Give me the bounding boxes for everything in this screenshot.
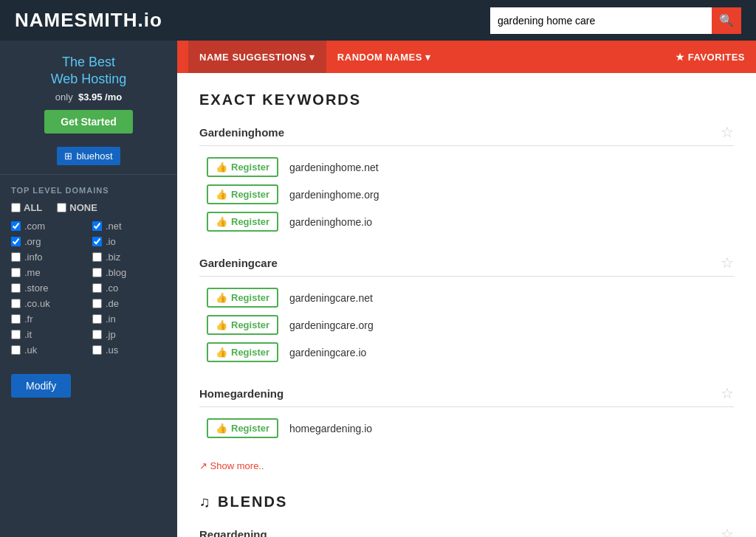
domain-group-header: Gardeningcare ☆	[199, 254, 734, 277]
domain-group-name: Gardeningcare	[199, 257, 278, 269]
domain-name: gardeninghome.io	[289, 216, 372, 228]
domain-row: 👍 Register gardeningcare.net	[199, 284, 734, 311]
tld-none-checkbox[interactable]	[57, 203, 66, 212]
tld-jp[interactable]: .jp	[92, 329, 166, 340]
domain-group-header: Gardeninghome ☆	[199, 123, 734, 146]
register-button[interactable]: 👍 Register	[207, 315, 278, 335]
tld-in[interactable]: .in	[92, 313, 166, 325]
thumbs-up-icon: 👍	[216, 189, 227, 200]
domain-row: 👍 Register gardeninghome.org	[199, 181, 734, 208]
search-icon: 🔍	[719, 13, 734, 27]
blends-section: ♫ BLENDS Regardening ☆	[199, 493, 734, 537]
content: EXACT KEYWORDS Gardeninghome ☆ 👍 Registe…	[177, 73, 756, 537]
domain-group-name: Gardeninghome	[199, 126, 284, 139]
logo-name: NAMESMITH	[15, 9, 137, 31]
domain-group-homegardening: Homegardening ☆ 👍 Register homegardening…	[199, 384, 734, 442]
tld-none-label: NONE	[69, 202, 97, 213]
search-input[interactable]	[490, 7, 712, 34]
ad-block: The BestWeb Hosting only $3.95 /mo Get S…	[0, 41, 177, 175]
nav-random-names[interactable]: RANDOM NAMES ▾	[326, 41, 442, 73]
domain-group-regardening: Regardening ☆	[199, 525, 734, 537]
tld-org[interactable]: .org	[11, 236, 85, 247]
tld-section: TOP LEVEL DOMAINS ALL NONE .com .net .or…	[0, 175, 177, 363]
sidebar: The BestWeb Hosting only $3.95 /mo Get S…	[0, 41, 177, 537]
logo-suffix: .io	[137, 9, 162, 31]
tld-com[interactable]: .com	[11, 221, 85, 232]
thumbs-up-icon: 👍	[216, 423, 227, 434]
domain-name: gardeningcare.net	[289, 292, 373, 304]
register-button[interactable]: 👍 Register	[207, 212, 278, 232]
domain-group-gardeningcare: Gardeningcare ☆ 👍 Register gardeningcare…	[199, 254, 734, 366]
exact-keywords-header: EXACT KEYWORDS	[199, 91, 734, 108]
ad-brand[interactable]: ⊞ bluehost	[57, 147, 120, 165]
domain-row: 👍 Register gardeningcare.io	[199, 339, 734, 366]
nav-name-suggestions[interactable]: NAME SUGGESTIONS ▾	[188, 41, 326, 73]
tld-controls: ALL NONE	[11, 202, 166, 213]
modify-button[interactable]: Modify	[11, 374, 71, 398]
register-button[interactable]: 👍 Register	[207, 418, 278, 438]
favorite-star-icon[interactable]: ☆	[721, 123, 734, 141]
domain-row: 👍 Register gardeningcare.org	[199, 311, 734, 339]
domain-name: gardeningcare.io	[289, 347, 366, 358]
thumbs-up-icon: 👍	[216, 319, 227, 330]
logo[interactable]: NAMESMITH.io	[15, 9, 162, 32]
main-panel: NAME SUGGESTIONS ▾ RANDOM NAMES ▾ ★ FAVO…	[177, 41, 756, 537]
tld-store[interactable]: .store	[11, 283, 85, 294]
domain-name: gardeninghome.org	[289, 189, 379, 201]
tld-fr[interactable]: .fr	[11, 313, 85, 325]
exact-keywords-title: EXACT KEYWORDS	[199, 91, 361, 108]
tld-none[interactable]: NONE	[57, 202, 97, 213]
nav-favorites[interactable]: ★ FAVORITES	[676, 52, 745, 63]
tld-blog[interactable]: .blog	[92, 267, 166, 278]
domain-group-gardeninghome: Gardeninghome ☆ 👍 Register gardeninghome…	[199, 123, 734, 235]
tld-de[interactable]: .de	[92, 298, 166, 309]
domain-group-name: Homegardening	[199, 387, 284, 400]
domain-group-header: Regardening ☆	[199, 525, 734, 537]
favorite-star-icon[interactable]: ☆	[721, 525, 734, 537]
tld-it[interactable]: .it	[11, 329, 85, 340]
register-button[interactable]: 👍 Register	[207, 184, 278, 204]
blends-title: BLENDS	[218, 493, 287, 510]
tld-all[interactable]: ALL	[11, 202, 42, 213]
tld-all-label: ALL	[24, 202, 42, 213]
tld-uk[interactable]: .uk	[11, 344, 85, 356]
domain-row: 👍 Register gardeninghome.io	[199, 208, 734, 235]
blends-icon: ♫	[199, 493, 212, 510]
search-bar: 🔍	[490, 7, 741, 34]
domain-name: gardeninghome.net	[289, 162, 379, 173]
register-button[interactable]: 👍 Register	[207, 342, 278, 362]
domain-group-name: Regardening	[199, 528, 267, 538]
favorite-star-icon[interactable]: ☆	[721, 384, 734, 402]
domain-row: 👍 Register homegardening.io	[199, 415, 734, 442]
domain-group-header: Homegardening ☆	[199, 384, 734, 407]
thumbs-up-icon: 👍	[216, 292, 227, 303]
layout: The BestWeb Hosting only $3.95 /mo Get S…	[0, 41, 756, 537]
tld-me[interactable]: .me	[11, 267, 85, 278]
tld-all-checkbox[interactable]	[11, 203, 21, 212]
thumbs-up-icon: 👍	[216, 216, 227, 227]
domain-name: homegardening.io	[289, 423, 372, 434]
tld-info[interactable]: .info	[11, 252, 85, 263]
favorite-star-icon[interactable]: ☆	[721, 254, 734, 271]
tld-io[interactable]: .io	[92, 236, 166, 247]
search-button[interactable]: 🔍	[712, 7, 741, 34]
tld-biz[interactable]: .biz	[92, 252, 166, 263]
tld-couk[interactable]: .co.uk	[11, 298, 85, 309]
tld-grid: .com .net .org .io .info .biz .me .blog …	[11, 221, 166, 356]
thumbs-up-icon: 👍	[216, 347, 227, 358]
domain-name: gardeningcare.org	[289, 319, 374, 331]
ad-price: only $3.95 /mo	[11, 91, 166, 103]
blends-header: ♫ BLENDS	[199, 493, 734, 510]
register-button[interactable]: 👍 Register	[207, 157, 278, 177]
ad-title: The BestWeb Hosting	[11, 54, 166, 89]
ad-get-started-button[interactable]: Get Started	[44, 110, 132, 134]
thumbs-up-icon: 👍	[216, 162, 227, 173]
tld-us[interactable]: .us	[92, 344, 166, 356]
register-button[interactable]: 👍 Register	[207, 288, 278, 308]
tld-co[interactable]: .co	[92, 283, 166, 294]
tld-net[interactable]: .net	[92, 221, 166, 232]
bluehost-label: bluehost	[76, 150, 112, 162]
header: NAMESMITH.io 🔍	[0, 0, 756, 41]
domain-row: 👍 Register gardeninghome.net	[199, 153, 734, 181]
show-more-link[interactable]: ↗ Show more..	[199, 460, 734, 471]
